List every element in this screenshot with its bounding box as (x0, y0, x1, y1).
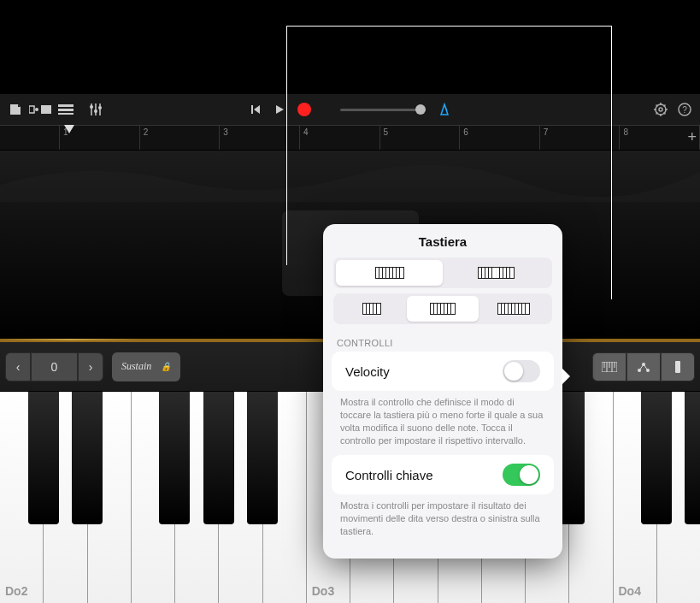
black-key[interactable] (203, 392, 234, 524)
annotation-line (286, 26, 611, 27)
popup-title: Tastiera (323, 234, 562, 249)
record-button[interactable] (297, 103, 311, 116)
keyboard-settings-popup: Tastiera CONTROLLI Velocity Mostra il (323, 224, 562, 559)
sustain-label: Sustain (121, 360, 151, 373)
ruler-mark: 5 (384, 127, 389, 137)
octave-group: ‹ 0 › (5, 352, 103, 381)
annotation-line (611, 26, 612, 299)
svg-rect-0 (29, 106, 34, 113)
key-controls-description: Mostra i controlli per impostare il risu… (323, 494, 562, 547)
timeline-ruler[interactable]: 1 2 3 4 5 6 7 8 (0, 125, 700, 151)
keyboard-size-small[interactable] (336, 296, 407, 322)
top-toolbar: ? (0, 94, 700, 125)
key-label: Do2 (5, 584, 27, 598)
black-key[interactable] (641, 392, 672, 524)
section-label: CONTROLLI (323, 329, 562, 352)
play-icon[interactable] (274, 103, 285, 115)
go-to-beginning-icon[interactable] (250, 103, 262, 115)
arpeggiator-button[interactable] (661, 352, 695, 381)
black-key[interactable] (28, 392, 59, 524)
ruler-mark: 3 (223, 127, 228, 137)
svg-rect-3 (58, 104, 74, 107)
key-label: Do4 (619, 584, 641, 598)
black-key[interactable] (159, 392, 190, 524)
ruler-mark: 6 (463, 127, 468, 137)
svg-point-7 (94, 109, 97, 113)
svg-point-1 (35, 108, 38, 111)
ruler-mark: 2 (144, 127, 149, 137)
browser-icon[interactable] (29, 103, 51, 115)
svg-point-10 (659, 108, 662, 111)
key-controls-label: Controlli chiave (345, 468, 433, 482)
svg-point-8 (98, 106, 102, 109)
keyboard-size-segmented (333, 293, 552, 324)
velocity-description: Mostra il controllo che definisce il mod… (323, 391, 562, 455)
velocity-row: Velocity (332, 352, 554, 391)
ruler-mark: 8 (623, 127, 628, 137)
svg-text:?: ? (682, 105, 687, 115)
octave-up-button[interactable]: › (78, 352, 103, 381)
popup-tail (562, 368, 570, 385)
metronome-icon[interactable] (438, 103, 451, 116)
settings-icon[interactable] (654, 103, 668, 116)
add-track-button[interactable]: + (687, 128, 697, 146)
svg-rect-2 (41, 105, 51, 114)
black-key[interactable] (72, 392, 103, 524)
single-keyboard-option[interactable] (336, 260, 443, 286)
svg-rect-5 (58, 113, 74, 115)
annotation-line (286, 26, 287, 265)
ruler-mark: 4 (303, 127, 309, 137)
sustain-button[interactable]: Sustain 🔒 (112, 352, 180, 381)
my-songs-icon[interactable] (9, 103, 22, 116)
ruler-mark: 7 (544, 127, 549, 137)
key-controls-toggle[interactable] (503, 464, 540, 486)
octave-value: 0 (31, 352, 78, 381)
keyboard-size-large[interactable] (479, 296, 550, 322)
velocity-label: Velocity (345, 364, 390, 379)
svg-rect-4 (58, 109, 74, 111)
volume-slider[interactable] (340, 109, 426, 111)
mixer-icon[interactable] (89, 103, 103, 116)
velocity-toggle[interactable] (503, 360, 540, 382)
keyboard-rows-segmented (333, 257, 552, 288)
black-key[interactable] (685, 392, 700, 524)
keyboard-size-medium[interactable] (407, 296, 478, 322)
black-key[interactable] (247, 392, 278, 524)
scale-button[interactable] (626, 352, 661, 381)
octave-down-button[interactable]: ‹ (5, 352, 31, 381)
help-icon[interactable]: ? (678, 103, 691, 116)
playhead[interactable] (64, 125, 74, 133)
double-keyboard-option[interactable] (443, 260, 550, 286)
svg-rect-17 (675, 361, 680, 373)
waveform (0, 151, 700, 202)
keyboard-layout-button[interactable] (592, 352, 626, 381)
key-controls-row: Controlli chiave (332, 455, 554, 494)
lock-icon: 🔒 (161, 362, 171, 371)
svg-point-6 (90, 105, 93, 109)
tracks-icon[interactable] (58, 103, 74, 115)
key-label: Do3 (312, 584, 334, 598)
